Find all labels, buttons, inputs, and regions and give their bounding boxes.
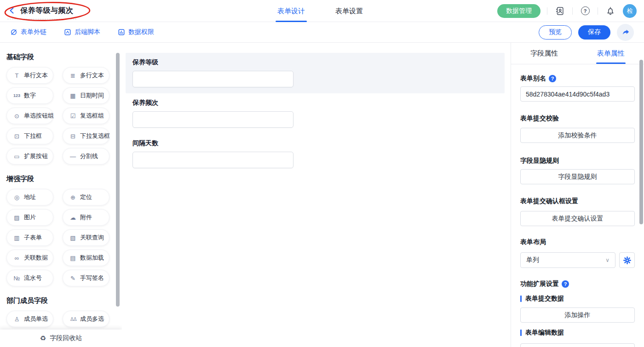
add-submit-action-button[interactable]: 添加操作 — [520, 307, 635, 323]
form-alias-label: 表单别名 ? — [520, 74, 635, 83]
external-link-button[interactable]: 表单外链 — [10, 28, 46, 36]
linked-query-icon: ▧ — [69, 234, 77, 241]
notifications-button[interactable] — [604, 5, 616, 17]
header-actions: 数据管理 ? — [497, 4, 637, 18]
multi-line-text-icon: ≣ — [69, 72, 77, 79]
field-type-button[interactable]: ⊙ 单选按钮组 — [6, 108, 53, 124]
canvas-field-interval-days[interactable]: 间隔天数 — [126, 134, 505, 174]
external-link-label: 表单外链 — [21, 28, 46, 36]
field-label: 保养频次 — [132, 99, 498, 106]
attachment-icon: ☁ — [69, 214, 77, 221]
field-type-label: 数据加载 — [80, 254, 104, 262]
canvas-field-maintenance-level[interactable]: 保养等级 — [126, 53, 505, 93]
top-header: 保养等级与频次 表单设计 表单设置 数据管理 ? — [0, 0, 644, 22]
breadcrumb: 保养等级与频次 — [7, 6, 76, 19]
data-permission-button[interactable]: 数据权限 — [118, 28, 154, 36]
field-type-button[interactable]: ▨ 图片 — [6, 209, 53, 226]
help-button[interactable]: ? — [579, 5, 591, 17]
tab-form-settings[interactable]: 表单设置 — [334, 0, 365, 22]
field-label: 间隔天数 — [132, 140, 498, 146]
field-visibility-rules-button[interactable]: 字段显隐规则 — [520, 169, 635, 184]
main-body: 基础字段 T 单行文本 ≣ 多行文本 123 数字 — [0, 43, 644, 347]
field-type-label: 图片 — [24, 213, 36, 222]
multi-select-icon: ⊟ — [69, 133, 77, 140]
submit-validation-label: 表单提交校验 — [520, 114, 635, 123]
help-badge-icon[interactable]: ? — [562, 280, 569, 288]
form-layout-select[interactable]: 单列 ∨ — [520, 252, 615, 268]
tab-form-properties[interactable]: 表单属性 — [578, 43, 644, 64]
section-title-enhanced-fields: 增强字段 — [6, 175, 122, 183]
member-single-icon: ♙ — [13, 316, 21, 323]
field-type-button[interactable]: ✎ 手写签名 — [63, 270, 109, 286]
field-type-button[interactable]: ▥ 子表单 — [6, 229, 53, 246]
backend-script-button[interactable]: 后端脚本 — [64, 28, 100, 36]
toolbar-links: 表单外链 后端脚本 数据权限 — [10, 28, 154, 36]
data-permission-label: 数据权限 — [128, 28, 154, 36]
field-input[interactable] — [132, 71, 293, 87]
share-button[interactable] — [617, 24, 634, 41]
form-alias-label-text: 表单别名 — [520, 74, 546, 83]
panel-scrollbar[interactable] — [639, 60, 643, 224]
contacts-icon — [555, 6, 565, 16]
field-type-button[interactable]: T 单行文本 — [6, 67, 53, 84]
field-type-button[interactable]: ▭ 扩展按钮 — [6, 148, 53, 165]
submit-confirm-settings-button[interactable]: 表单提交确认设置 — [520, 211, 635, 226]
number-icon: 123 — [13, 93, 21, 98]
location-icon: ⊕ — [69, 194, 77, 201]
back-button[interactable] — [8, 7, 16, 14]
field-type-label: 成员单选 — [24, 315, 48, 323]
bell-icon — [605, 6, 615, 16]
field-type-button[interactable]: ⊕ 定位 — [63, 189, 109, 205]
field-type-button[interactable]: ≣ 多行文本 — [63, 67, 109, 84]
add-edit-action-button[interactable]: 添加操作 — [520, 343, 635, 347]
tab-field-properties[interactable]: 字段属性 — [511, 43, 578, 64]
field-type-button[interactable]: ☑ 复选框组 — [63, 108, 109, 124]
data-permission-icon — [118, 28, 125, 36]
help-icon: ? — [581, 6, 590, 15]
preview-button[interactable]: 预览 — [539, 25, 572, 40]
contacts-button[interactable] — [554, 5, 566, 17]
layout-settings-button[interactable] — [619, 252, 635, 268]
datetime-icon: ▦ — [69, 92, 77, 99]
field-type-label: 下拉复选框 — [80, 132, 110, 140]
field-type-button[interactable]: — 分割线 — [63, 148, 109, 165]
enhanced-fields-grid: ◎ 地址 ⊕ 定位 ▨ 图片 ☁ 附件 — [6, 189, 122, 286]
panel-content: 表单别名 ? 表单提交校验 添加校验条件 字段显隐规则 字段显隐规则 表单提交确… — [511, 74, 644, 347]
recycle-icon: ♻ — [40, 334, 46, 342]
field-visibility-rules-label: 字段显隐规则 — [520, 157, 635, 165]
field-type-button[interactable]: № 流水号 — [6, 270, 53, 286]
field-type-button[interactable]: ▦ 日期时间 — [63, 87, 109, 104]
field-type-button[interactable]: ⊡ 下拉框 — [6, 128, 53, 144]
help-badge-icon[interactable]: ? — [549, 75, 556, 82]
serial-number-icon: № — [13, 275, 21, 282]
field-type-button[interactable]: 123 数字 — [6, 87, 53, 104]
field-type-button[interactable]: ▤ 数据加载 — [63, 250, 109, 266]
field-type-button[interactable]: ⊟ 下拉复选框 — [63, 128, 109, 144]
field-type-label: 附件 — [80, 213, 92, 222]
field-type-button[interactable]: ◎ 地址 — [6, 189, 53, 205]
save-button[interactable]: 保存 — [578, 25, 610, 40]
add-validation-condition-button[interactable]: 添加校验条件 — [520, 128, 635, 143]
form-toolbar: 表单外链 后端脚本 数据权限 预览 保存 — [0, 22, 644, 43]
field-input[interactable] — [132, 152, 293, 168]
sidebar-scrollbar[interactable] — [116, 53, 120, 307]
canvas-field-maintenance-frequency[interactable]: 保养频次 — [126, 93, 505, 134]
field-type-label: 多行文本 — [80, 71, 104, 80]
form-alias-input[interactable] — [520, 86, 635, 102]
data-manage-button[interactable]: 数据管理 — [497, 4, 540, 18]
form-canvas: 保养等级 保养频次 间隔天数 — [122, 43, 511, 347]
tab-form-design[interactable]: 表单设计 — [276, 0, 307, 22]
field-type-button[interactable]: ∞ 关联数据 — [6, 250, 53, 266]
field-recycle-bin-button[interactable]: ♻ 字段回收站 — [0, 330, 122, 347]
field-type-button[interactable]: ☁ 附件 — [63, 209, 109, 226]
field-type-button[interactable]: ♙♙ 成员多选 — [63, 311, 109, 327]
field-type-button[interactable]: ▧ 关联查询 — [63, 229, 109, 246]
field-type-label: 定位 — [80, 193, 92, 201]
user-avatar[interactable]: 检 — [623, 4, 637, 18]
field-type-label: 单选按钮组 — [24, 112, 54, 120]
form-designer-app: 保养等级与频次 表单设计 表单设置 数据管理 ? — [0, 0, 644, 347]
field-type-label: 复选框组 — [80, 112, 104, 120]
basic-fields-grid: T 单行文本 ≣ 多行文本 123 数字 ▦ — [6, 67, 122, 165]
field-type-button[interactable]: ♙ 成员单选 — [6, 311, 53, 327]
field-input[interactable] — [132, 111, 293, 128]
